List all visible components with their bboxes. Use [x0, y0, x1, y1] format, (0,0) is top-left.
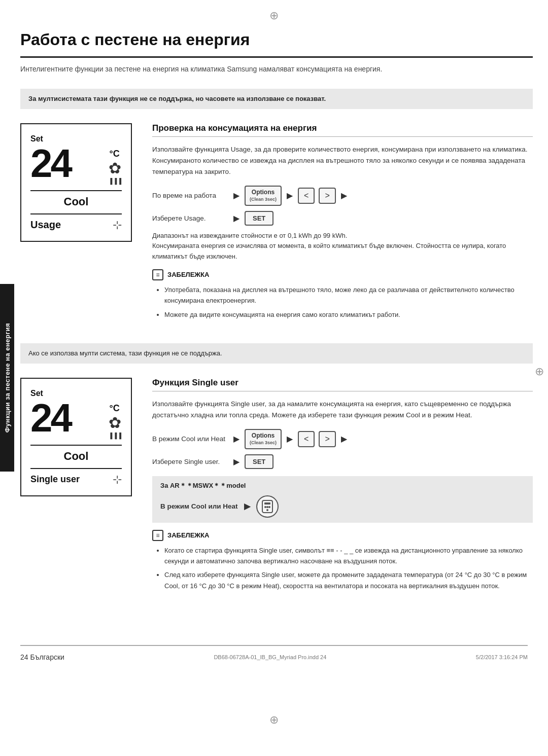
section1-range-text: Диапазонът на извежданите стойности е от… [152, 231, 533, 262]
section2-note-box: ≡ ЗАБЕЛЕЖКА Когато се стартира функцията… [152, 530, 533, 592]
svg-point-2 [264, 506, 266, 508]
device1-temp-num: 24 [30, 146, 71, 181]
info-banner-1: За мултисистемата тази функция не се под… [20, 89, 533, 109]
section1-arrow1: ▶ [233, 191, 239, 200]
footer-file: DB68-06728A-01_IB_BG_Myriad Pro.indd 24 [214, 654, 326, 660]
section1-arrow4: ▶ [233, 213, 239, 223]
side-tab: Функции за пестене на енергия [0, 284, 14, 472]
section2-control2-label: Изберете Single user. [152, 458, 228, 465]
device2-temp-display: 24 [30, 400, 71, 436]
device2-usage-label: Single user [30, 474, 113, 485]
device1-fan-icon: ✿ [109, 159, 121, 177]
section2-control-row2: Изберете Single user. ▶ SET [152, 454, 533, 469]
section1-note-box: ≡ ЗАБЕЛЕЖКА Употребата, показана на дисп… [152, 269, 533, 320]
section2-note-list: Когато се стартира функцията Single user… [152, 545, 533, 592]
section2-btn-set[interactable]: SET [245, 454, 273, 469]
ar-arrow: ▶ [244, 501, 250, 511]
section2-btn-left[interactable]: < [298, 431, 315, 447]
device1-usage-label: Usage [30, 219, 113, 231]
section1-btn-right[interactable]: > [319, 188, 335, 204]
section1-title: Проверка на консумацията на енергия [152, 123, 533, 137]
section1-control-row1: По време на работа ▶ Options (Clean 3sec… [152, 186, 533, 205]
section1-note-header: ≡ ЗАБЕЛЕЖКА [152, 269, 533, 280]
section2-control-row1: В режим Cool или Heat ▶ Options (Clean 3… [152, 429, 533, 449]
section2-arrow2: ▶ [287, 434, 293, 444]
section1-note-item-1: Употребата, показана на дисплея на вътре… [164, 284, 533, 306]
section1-arrow3: ▶ [341, 191, 347, 200]
svg-point-3 [268, 506, 270, 508]
section-1-row: Set 24 °C ✿ ▐▐▐ Cool [20, 123, 533, 323]
section2-text: Използвайте функцията Single user, за да… [152, 399, 533, 421]
section-2-row: Set 24 °C ✿ ▐▐▐ Cool [20, 378, 533, 595]
section2-options-main: Options [250, 432, 277, 440]
remote-icon [260, 499, 275, 514]
section2-note-title: ЗАБЕЛЕЖКА [167, 531, 209, 539]
device1-temp-row: 24 °C ✿ ▐▐▐ [30, 145, 122, 186]
device2-fan-icon: ✿ [109, 414, 121, 431]
section1-options-sub: (Clean 3sec) [250, 197, 277, 203]
section1-note-title: ЗАБЕЛЕЖКА [167, 271, 209, 278]
section1-control-row2: Изберете Usage. ▶ SET [152, 211, 533, 226]
section1-control2-label: Изберете Usage. [152, 214, 228, 222]
device2-temp-num: 24 [30, 400, 71, 436]
section2-note-icon: ≡ [152, 530, 163, 541]
reg-mark-right: ⊕ [535, 365, 544, 378]
device2-mode: Cool [30, 450, 122, 463]
section2-note-item-1: Когато се стартира функцията Single user… [164, 545, 533, 567]
section2-note-header: ≡ ЗАБЕЛЕЖКА [152, 530, 533, 541]
device1-divider2 [30, 213, 122, 214]
device1-temp-display: 24 [30, 146, 71, 181]
main-content: Работа с пестене на енергия Интелигентни… [20, 0, 533, 645]
section2-title: Функция Single user [152, 378, 533, 391]
svg-rect-1 [264, 502, 270, 505]
device1-bottom-row: Usage ⊹ [30, 219, 122, 232]
section2-arrow1: ▶ [233, 434, 239, 444]
section2-btn-right[interactable]: > [319, 431, 335, 447]
device1-mode: Cool [30, 195, 122, 208]
footer-page-num: 24 Български [20, 653, 64, 661]
device1-icons: ✿ ▐▐▐ [109, 159, 122, 186]
section1-btn-options[interactable]: Options (Clean 3sec) [245, 186, 282, 205]
section1-btn-left[interactable]: < [298, 188, 315, 204]
device1-temp-unit: °C [110, 149, 120, 159]
section2-note-item-2: След като изберете функцията Single user… [164, 569, 533, 591]
device2-icons: ✿ ▐▐▐ [109, 414, 122, 441]
section2-btn-options[interactable]: Options (Clean 3sec) [245, 429, 282, 449]
svg-point-4 [266, 506, 268, 508]
info-banner-2: Ако се използва мулти система, тази функ… [20, 343, 533, 364]
ar-remote-btn[interactable] [256, 495, 279, 518]
device1-usage-text: Usage [30, 219, 61, 230]
device2-divider [30, 445, 122, 446]
section1-note-icon: ≡ [152, 269, 163, 280]
device2-wifi-icon: ⊹ [113, 473, 122, 486]
section2-control1-label: В режим Cool или Heat [152, 435, 228, 443]
section2-arrow3: ▶ [341, 434, 347, 444]
footer-date: 5/2/2017 3:16:24 PM [476, 654, 528, 660]
page-subtitle: Интелигентните функции за пестене на ене… [20, 64, 533, 75]
device2-temp-row: 24 °C ✿ ▐▐▐ [30, 399, 122, 441]
ar-model-box: За AR＊＊MSWX＊＊model В режим Cool или Heat… [152, 476, 533, 523]
section-1-content: Проверка на консумацията на енергия Изпо… [152, 123, 533, 323]
ar-model-label: За AR＊＊MSWX＊＊model [160, 482, 246, 489]
section1-control1-label: По време на работа [152, 192, 228, 199]
device1-divider [30, 190, 122, 191]
section2-options-sub: (Clean 3sec) [250, 440, 277, 446]
device-display-2: Set 24 °C ✿ ▐▐▐ Cool [20, 378, 132, 496]
device2-bottom-row: Single user ⊹ [30, 473, 122, 486]
device2-temp-unit: °C [110, 403, 120, 414]
device-display-1: Set 24 °C ✿ ▐▐▐ Cool [20, 123, 132, 242]
side-tab-text: Функции за пестене на енергия [4, 323, 11, 433]
svg-point-5 [266, 509, 268, 511]
section1-text: Използвайте функцията Usage, за да прове… [152, 144, 533, 178]
device1-wifi-icon: ⊹ [113, 219, 122, 232]
device2-divider2 [30, 468, 122, 469]
reg-mark-bottom: ⊕ [269, 713, 279, 727]
section1-btn-set[interactable]: SET [245, 211, 273, 226]
section2-arrow4: ▶ [233, 457, 239, 466]
reg-mark-top: ⊕ [269, 9, 279, 22]
device2-usage-text: Single user [30, 474, 80, 484]
page-container: ⊕ ⊕ ⊕ ⊕ Функции за пестене на енергия Ра… [0, 0, 548, 756]
page-footer: 24 Български DB68-06728A-01_IB_BG_Myriad… [20, 645, 528, 666]
device1-bars-icon: ▐▐▐ [109, 178, 122, 184]
section1-note-list: Употребата, показана на дисплея на вътре… [152, 284, 533, 320]
